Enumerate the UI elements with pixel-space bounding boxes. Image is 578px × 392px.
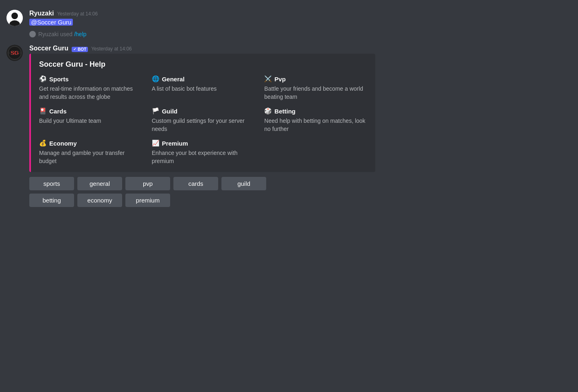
bot-username: Soccer Guru [29, 45, 68, 52]
guild-icon: 🏳️ [152, 107, 160, 115]
timestamp-1: Yesterday at 14:06 [57, 11, 98, 17]
section-economy-title: 💰 Economy [39, 139, 142, 147]
section-guild: 🏳️ Guild Custom guild settings for your … [152, 107, 255, 133]
bot-message-block: SG Soccer Guru ✓ BOT Yesterday at 14:06 … [7, 45, 571, 207]
bot-badge: ✓ BOT [72, 47, 88, 52]
mention-tag[interactable]: @Soccer Guru [29, 19, 73, 26]
bot-timestamp: Yesterday at 14:06 [91, 46, 132, 52]
section-cards-desc: Build your Ultimate team [39, 117, 142, 125]
used-command-line: ● Ryuzaki used /help [29, 31, 86, 37]
button-premium[interactable]: premium [125, 194, 170, 207]
section-cards: 🎴 Cards Build your Ultimate team [39, 107, 142, 133]
button-economy[interactable]: economy [77, 194, 122, 207]
betting-icon: 🎲 [264, 107, 272, 115]
section-premium-title: 📈 Premium [152, 139, 255, 147]
section-economy: 💰 Economy Manage and gamble your transfe… [39, 139, 142, 165]
button-guild[interactable]: guild [221, 177, 266, 190]
ryuzaki-mini-icon: ● [29, 31, 36, 37]
section-cards-title: 🎴 Cards [39, 107, 142, 115]
embed-title: Soccer Guru - Help [39, 60, 367, 69]
command-link[interactable]: /help [74, 31, 86, 37]
button-sports[interactable]: sports [29, 177, 74, 190]
bot-message-content: Soccer Guru ✓ BOT Yesterday at 14:06 Soc… [29, 45, 571, 207]
section-economy-desc: Manage and gamble your transfer budget [39, 149, 142, 165]
section-guild-desc: Custom guild settings for your server ne… [152, 117, 255, 133]
section-betting: 🎲 Betting Need help with betting on matc… [264, 107, 367, 133]
embed-grid-top: ⚽ Sports Get real-time information on ma… [39, 75, 367, 166]
section-betting-desc: Need help with betting on matches, look … [264, 117, 367, 133]
section-pvp-desc: Battle your friends and become a world b… [264, 85, 367, 101]
section-betting-title: 🎲 Betting [264, 107, 367, 115]
cards-icon: 🎴 [39, 107, 47, 115]
section-sports-desc: Get real-time information on matches and… [39, 85, 142, 101]
economy-icon: 💰 [39, 139, 47, 147]
sports-icon: ⚽ [39, 75, 47, 83]
mention-text: @Soccer Guru [29, 19, 571, 26]
section-premium: 📈 Premium Enhance your bot experience wi… [152, 139, 255, 165]
bot-message-header: Soccer Guru ✓ BOT Yesterday at 14:06 [29, 45, 571, 52]
button-general[interactable]: general [77, 177, 122, 190]
check-icon: ✓ [73, 47, 77, 51]
avatar-soccer-guru: SG [7, 45, 23, 61]
message-header: Ryuzaki Yesterday at 14:06 [29, 10, 571, 17]
avatar-ryuzaki [7, 10, 23, 26]
help-embed: Soccer Guru - Help ⚽ Sports Get real-tim… [29, 54, 375, 172]
section-pvp-title: ⚔️ Pvp [264, 75, 367, 83]
button-row-2: betting economy premium [29, 194, 257, 207]
message-content: Ryuzaki Yesterday at 14:06 @Soccer Guru [29, 10, 571, 26]
section-pvp: ⚔️ Pvp Battle your friends and become a … [264, 75, 367, 101]
section-general: 🌐 General A list of basic bot features [152, 75, 255, 101]
section-guild-title: 🏳️ Guild [152, 107, 255, 115]
button-pvp[interactable]: pvp [125, 177, 170, 190]
section-general-title: 🌐 General [152, 75, 255, 83]
button-cards[interactable]: cards [173, 177, 218, 190]
svg-point-3 [12, 13, 17, 17]
buttons-area: sports general pvp cards guild betting e… [29, 177, 257, 207]
message-ryuzaki-mention: Ryuzaki Yesterday at 14:06 @Soccer Guru [7, 8, 571, 28]
pvp-icon: ⚔️ [264, 75, 272, 83]
username-ryuzaki: Ryuzaki [29, 10, 54, 17]
section-premium-desc: Enhance your bot experience with premium [152, 149, 255, 165]
general-icon: 🌐 [152, 75, 160, 83]
section-general-desc: A list of basic bot features [152, 85, 255, 93]
section-sports-title: ⚽ Sports [39, 75, 142, 83]
button-betting[interactable]: betting [29, 194, 74, 207]
premium-icon: 📈 [152, 139, 160, 147]
section-sports: ⚽ Sports Get real-time information on ma… [39, 75, 142, 101]
button-row-1: sports general pvp cards guild [29, 177, 257, 190]
used-command-text: Ryuzaki used /help [38, 31, 86, 37]
used-command-wrapper: ● Ryuzaki used /help [7, 31, 571, 40]
svg-text:SG: SG [11, 50, 19, 56]
